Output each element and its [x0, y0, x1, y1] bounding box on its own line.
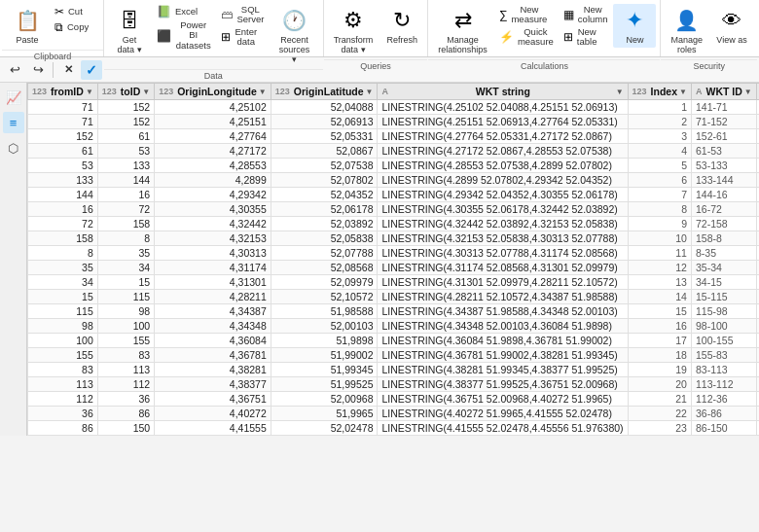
- paste-icon: 📋: [13, 6, 42, 35]
- col-wkt-string[interactable]: A WKT string ▼: [378, 84, 628, 100]
- cut-button[interactable]: ✂ Cut: [51, 4, 99, 19]
- copy-button[interactable]: ⧉ Copy: [51, 19, 99, 35]
- table-row: 144164,2934252,04352LINESTRING(4.29342 5…: [28, 188, 760, 202]
- table-cell: 72: [97, 202, 154, 217]
- table-cell: 4: [628, 144, 691, 159]
- table-cell: LINESTRING(4.25102 52.04088,4.25151 52.0…: [378, 100, 628, 115]
- data-table-container[interactable]: 123 fromID ▼ 123 toID ▼: [27, 83, 759, 436]
- table-cell: 52,05838: [271, 231, 378, 246]
- refresh-icon: ↻: [387, 6, 416, 35]
- queries-group: ⚙ Transformdata ▾ ↻ Refresh Queries: [324, 0, 429, 56]
- wkt-string-dropdown[interactable]: ▼: [616, 88, 624, 96]
- table-cell: LINESTRING(4.28553 52.07538,4.2899 52.07…: [378, 159, 628, 173]
- table-cell: LINESTRING(4.27172 52.0867,4.28553 52.07…: [378, 144, 628, 159]
- get-data-button[interactable]: 🗄 Getdata ▾: [108, 4, 151, 57]
- new-measure-button[interactable]: ∑ Newmeasure: [495, 4, 558, 26]
- table-cell: 71-152: [691, 115, 756, 129]
- redo-button[interactable]: ↪: [27, 60, 49, 80]
- table-cell: 4,38377: [155, 377, 271, 392]
- copy-label: Copy: [67, 22, 89, 32]
- table-header-row: 123 fromID ▼ 123 toID ▼: [28, 84, 760, 100]
- excel-button[interactable]: 📗 Excel: [153, 4, 215, 19]
- table-cell: 51,9965: [271, 407, 378, 421]
- paste-button[interactable]: 📋 Paste: [6, 4, 49, 48]
- new-button[interactable]: ✦ New: [613, 4, 656, 48]
- toid-dropdown[interactable]: ▼: [142, 88, 150, 96]
- table-cell: 52,03892: [271, 217, 378, 231]
- table-cell: 100: [28, 334, 98, 348]
- table-row: 711524,2515152,06913LINESTRING(4.25151 5…: [28, 115, 760, 129]
- table-row: 16724,3035552,06178LINESTRING(4.30355 52…: [28, 202, 760, 217]
- table-cell: 4,25151: [155, 115, 271, 129]
- table-cell: 150: [97, 421, 154, 436]
- table-row: 531334,2855352,07538LINESTRING(4.28553 5…: [28, 159, 760, 173]
- manage-relationships-label: Managerelationships: [438, 36, 488, 55]
- table-cell: 4,31301: [155, 275, 271, 290]
- table-cell: 53-133: [691, 159, 756, 173]
- table-body: 711524,2510252,04088LINESTRING(4.25102 5…: [28, 100, 760, 436]
- recent-sources-button[interactable]: 🕐 Recentsources ▾: [270, 4, 318, 67]
- table-cell: 16-72: [691, 202, 756, 217]
- cut-icon: ✂: [54, 5, 64, 18]
- wkt-id-dropdown[interactable]: ▼: [744, 88, 752, 96]
- col-origin-lat[interactable]: 123 OriginLatitude ▼: [271, 84, 378, 100]
- origin-lon-dropdown[interactable]: ▼: [259, 88, 267, 96]
- sidebar-data-icon[interactable]: ≡: [3, 112, 24, 133]
- table-cell: 4,41555: [155, 421, 271, 436]
- col-wkt-id[interactable]: A WKT ID ▼: [691, 84, 756, 100]
- data-stack-1: 📗 Excel ⬛ Power BIdatasets: [153, 4, 215, 52]
- origin-lon-label: OriginLongitude: [177, 86, 257, 97]
- sql-server-button[interactable]: 🗃 SQLServer: [217, 4, 268, 26]
- queries-buttons: ⚙ Transformdata ▾ ↻ Refresh: [324, 0, 428, 59]
- new-column-button[interactable]: ▦ Newcolumn: [560, 4, 612, 26]
- manage-relationships-button[interactable]: ⇄ Managerelationships: [432, 4, 493, 57]
- table-row: 61534,2717252,0867LINESTRING(4.27172 52.…: [28, 144, 760, 159]
- table-cell: 19: [628, 363, 691, 377]
- col-origin-lon[interactable]: 123 OriginLongitude ▼: [155, 84, 271, 100]
- col-toid[interactable]: 123 toID ▼: [97, 84, 154, 100]
- get-data-label: Getdata ▾: [117, 36, 141, 55]
- origin-lat-dropdown[interactable]: ▼: [366, 88, 374, 96]
- new-icon: ✦: [620, 6, 649, 35]
- table-cell: LINESTRING(4.31174 52.08568,4.31301 52.0…: [378, 261, 628, 275]
- sidebar-report-icon[interactable]: 📈: [3, 87, 24, 108]
- table-cell: 144-16: [691, 188, 756, 202]
- table-cell: 155: [28, 348, 98, 363]
- refresh-button[interactable]: ↻ Refresh: [380, 4, 423, 48]
- view-as-button[interactable]: 👁 View as: [710, 4, 753, 48]
- col-index[interactable]: 123 Index ▼: [628, 84, 691, 100]
- table-cell: 4,25102: [155, 100, 271, 115]
- table-row: 115984,3438751,98588LINESTRING(4.34387 5…: [28, 304, 760, 319]
- index-dropdown[interactable]: ▼: [679, 88, 687, 96]
- enter-data-button[interactable]: ⊞ Enterdata: [217, 26, 268, 49]
- transform-button[interactable]: ⚙ Transformdata ▾: [328, 4, 380, 57]
- undo-button[interactable]: ↩: [4, 60, 25, 80]
- col-fromid[interactable]: 123 fromID ▼: [28, 84, 98, 100]
- table-cell: LINESTRING(4.38281 51.99345,4.38377 51.9…: [378, 363, 628, 377]
- quick-measure-button[interactable]: ⚡ Quickmeasure: [495, 26, 558, 49]
- table-cell: 15: [28, 290, 98, 304]
- sidebar-model-icon[interactable]: ⬡: [3, 137, 24, 159]
- table-row: 721584,3244252,03892LINESTRING(4.32442 5…: [28, 217, 760, 231]
- origin-lat-label: OriginLatitude: [294, 86, 364, 97]
- table-row: 8354,3031352,07788LINESTRING(4.30313 52.…: [28, 246, 760, 261]
- left-sidebar: 📈 ≡ ⬡: [0, 83, 27, 436]
- table-cell: 52,06178: [271, 202, 378, 217]
- table-cell: 52,06913: [271, 115, 378, 129]
- manage-roles-button[interactable]: 👤 Manageroles: [665, 4, 708, 57]
- table-cell: LINESTRING(4.30355 52.06178,4.32442 52.0…: [378, 202, 628, 217]
- new-table-button[interactable]: ⊞ Newtable: [560, 26, 612, 49]
- table-cell: 86: [28, 421, 98, 436]
- close-button[interactable]: ✕: [57, 60, 79, 80]
- check-button[interactable]: ✓: [81, 60, 102, 80]
- new-table-label: Newtable: [577, 27, 597, 48]
- queries-group-label: Queries: [324, 59, 428, 73]
- table-cell: 16: [628, 319, 691, 334]
- table-cell: 100: [97, 319, 154, 334]
- fromid-dropdown[interactable]: ▼: [86, 88, 93, 96]
- table-cell: 6: [628, 173, 691, 188]
- table-cell: 36: [97, 392, 154, 407]
- powerbi-button[interactable]: ⬛ Power BIdatasets: [153, 19, 215, 52]
- data-group: 🗄 Getdata ▾ 📗 Excel ⬛ Power BIdatasets: [104, 0, 324, 56]
- table-cell: 15-115: [691, 290, 756, 304]
